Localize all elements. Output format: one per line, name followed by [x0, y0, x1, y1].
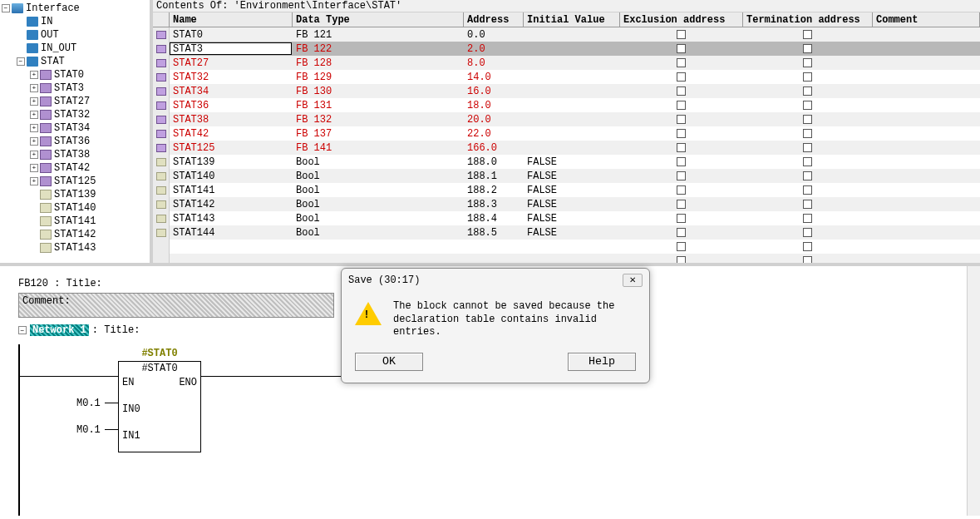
termination-checkbox[interactable]	[803, 30, 812, 39]
tree-child[interactable]: STAT34	[53, 121, 91, 135]
tree-root-label[interactable]: Interface	[25, 2, 81, 15]
interface-tree[interactable]: − Interface INOUTIN_OUT−STAT+STAT0+STAT3…	[0, 0, 153, 263]
row-header[interactable]	[153, 211, 170, 225]
tree-item[interactable]: OUT	[40, 28, 60, 42]
termination-checkbox[interactable]	[803, 157, 812, 166]
row-header[interactable]	[153, 56, 170, 70]
exclusion-checkbox[interactable]	[677, 44, 686, 53]
termination-checkbox[interactable]	[803, 58, 812, 67]
row-header[interactable]	[153, 70, 170, 84]
col-name[interactable]: Name	[170, 12, 293, 27]
exclusion-checkbox[interactable]	[677, 214, 686, 223]
termination-checkbox[interactable]	[803, 228, 812, 237]
exclusion-checkbox[interactable]	[677, 115, 686, 124]
table-row[interactable]: STAT32FB 12914.0	[153, 70, 980, 84]
exclusion-checkbox[interactable]	[677, 256, 686, 263]
termination-checkbox[interactable]	[803, 214, 812, 223]
row-header[interactable]	[153, 141, 170, 155]
col-comment[interactable]: Comment	[873, 12, 980, 27]
network-toggle[interactable]: −	[18, 326, 27, 334]
exclusion-checkbox[interactable]	[677, 72, 686, 82]
table-row[interactable]: STAT27FB 1288.0	[153, 56, 980, 70]
tree-item[interactable]: IN_OUT	[40, 42, 77, 55]
exclusion-checkbox[interactable]	[677, 171, 686, 180]
termination-checkbox[interactable]	[803, 72, 812, 82]
exclusion-checkbox[interactable]	[677, 143, 686, 152]
termination-checkbox[interactable]	[803, 129, 812, 138]
network-label[interactable]: Network 1	[30, 324, 89, 336]
tree-toggle-child[interactable]: +	[30, 151, 38, 159]
tree-toggle-child[interactable]: +	[30, 71, 38, 79]
col-initial[interactable]: Initial Value	[524, 12, 620, 27]
dialog-close-button[interactable]: ✕	[623, 274, 643, 287]
termination-checkbox[interactable]	[803, 200, 812, 209]
table-row[interactable]: STAT141Bool188.2FALSE	[153, 183, 980, 197]
row-header[interactable]	[153, 84, 170, 98]
exclusion-checkbox[interactable]	[677, 101, 686, 110]
table-row[interactable]	[153, 240, 980, 254]
table-row[interactable]: STAT140Bool188.1FALSE	[153, 169, 980, 183]
tree-child[interactable]: STAT142	[53, 228, 96, 241]
grid-body[interactable]: STAT0FB 1210.0STAT3FB 1222.0STAT27FB 128…	[153, 27, 980, 263]
tree-child[interactable]: STAT27	[53, 95, 91, 108]
exclusion-checkbox[interactable]	[677, 58, 686, 67]
tree-toggle-interface[interactable]: −	[2, 4, 10, 12]
row-header[interactable]	[153, 27, 170, 42]
row-header[interactable]	[153, 197, 170, 211]
tree-child[interactable]: STAT38	[53, 148, 91, 161]
table-row[interactable]: STAT0FB 1210.0	[153, 27, 980, 42]
tree-child[interactable]: STAT0	[53, 68, 85, 82]
tree-toggle-stat[interactable]: −	[17, 57, 25, 66]
termination-checkbox[interactable]	[803, 101, 812, 110]
table-row[interactable]: STAT3FB 1222.0	[153, 42, 980, 56]
tree-child[interactable]: STAT42	[53, 161, 91, 175]
tree-child[interactable]: STAT143	[53, 241, 96, 255]
row-header[interactable]	[153, 42, 170, 56]
exclusion-checkbox[interactable]	[677, 157, 686, 166]
row-header[interactable]	[153, 126, 170, 141]
row-header[interactable]	[153, 112, 170, 126]
tree-child[interactable]: STAT32	[53, 108, 91, 121]
table-row[interactable]: STAT34FB 13016.0	[153, 84, 980, 98]
table-row[interactable]: STAT144Bool188.5FALSE	[153, 225, 980, 240]
tree-toggle-child[interactable]: +	[30, 137, 38, 146]
tree-toggle-child[interactable]: +	[30, 124, 38, 132]
tree-child[interactable]: STAT125	[53, 175, 96, 188]
tree-toggle-child[interactable]: +	[30, 84, 38, 92]
help-button[interactable]: Help	[568, 353, 636, 371]
table-row[interactable]: STAT125FB 141166.0	[153, 141, 980, 155]
tree-child[interactable]: STAT139	[53, 188, 96, 201]
tree-item[interactable]: STAT	[40, 55, 66, 68]
tree-toggle-child[interactable]: +	[30, 97, 38, 106]
termination-checkbox[interactable]	[803, 256, 812, 263]
fb-block[interactable]: #STAT0 EN ENO IN0 IN1	[118, 361, 201, 452]
tree-child[interactable]: STAT141	[53, 215, 96, 228]
row-header[interactable]	[153, 98, 170, 112]
exclusion-checkbox[interactable]	[677, 30, 686, 39]
exclusion-checkbox[interactable]	[677, 129, 686, 138]
row-header[interactable]	[153, 169, 170, 183]
ok-button[interactable]: OK	[355, 353, 423, 371]
comment-box[interactable]: Comment:	[18, 293, 334, 318]
termination-checkbox[interactable]	[803, 185, 812, 195]
tree-child[interactable]: STAT140	[53, 201, 96, 215]
col-termination[interactable]: Termination address	[743, 12, 873, 27]
row-header[interactable]	[153, 155, 170, 169]
in0-operand[interactable]: M0.1	[76, 398, 101, 409]
exclusion-checkbox[interactable]	[677, 200, 686, 209]
termination-checkbox[interactable]	[803, 171, 812, 180]
table-row[interactable]	[153, 254, 980, 263]
table-row[interactable]: STAT42FB 13722.0	[153, 126, 980, 141]
tree-toggle-child[interactable]: +	[30, 177, 38, 185]
tree-child[interactable]: STAT36	[53, 135, 91, 148]
termination-checkbox[interactable]	[803, 86, 812, 96]
col-datatype[interactable]: Data Type	[293, 12, 464, 27]
exclusion-checkbox[interactable]	[677, 86, 686, 96]
in1-operand[interactable]: M0.1	[76, 424, 101, 436]
termination-checkbox[interactable]	[803, 242, 812, 251]
table-row[interactable]: STAT38FB 13220.0	[153, 112, 980, 126]
tree-toggle-child[interactable]: +	[30, 111, 38, 119]
termination-checkbox[interactable]	[803, 115, 812, 124]
tree-child[interactable]: STAT3	[53, 82, 85, 95]
row-header[interactable]	[153, 225, 170, 240]
